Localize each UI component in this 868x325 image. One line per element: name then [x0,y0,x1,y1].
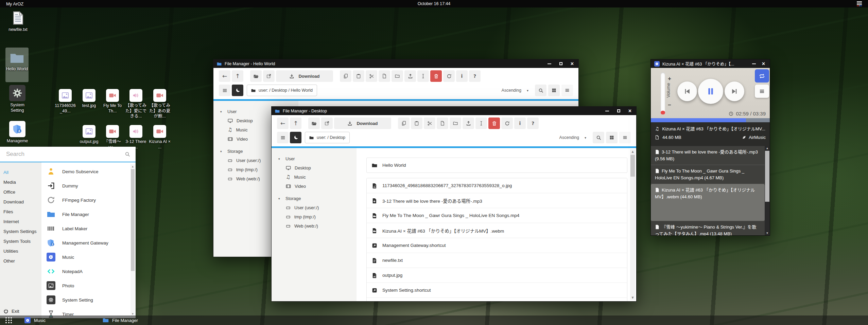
scroll-up-icon[interactable]: ▲ [765,147,770,150]
sidebar-item-user-drive[interactable]: User (user:/) [272,203,357,212]
playlist-scrollbar[interactable]: ▲ ▼ [765,146,770,235]
rename-button[interactable] [417,70,429,82]
category-other[interactable]: Other [0,256,41,266]
dark-mode-button[interactable] [232,85,243,96]
playlist-menu-button[interactable] [755,85,769,98]
playlist-item[interactable]: 『雪峰 ～yukimine～ Piano & Strings Ver.』を歌って… [651,221,765,235]
download-button[interactable]: Download [334,118,391,129]
grid-view-button[interactable] [548,85,560,96]
sidebar-item-desktop[interactable]: Desktop [272,163,357,173]
desktop-icon-3-12-there[interactable]: 3-12 There ... [124,125,147,150]
sidebar-item-music[interactable]: ♫Music [272,173,357,182]
open-new-window-button[interactable] [263,70,275,82]
taskbar-item-music[interactable]: Music [24,317,46,323]
menu-button[interactable] [219,85,230,96]
close-button[interactable]: × [571,61,574,67]
sidebar-item-web-drive[interactable]: Web (web:/) [272,221,357,231]
app-item-label-maker[interactable]: Label Maker [41,221,136,236]
desktop-icon-yukimine[interactable]: 『雪峰〜yu... [101,125,124,150]
scrollbar-thumb[interactable] [131,169,135,271]
sort-dropdown[interactable]: Ascending▾ [555,132,591,143]
repeat-button[interactable] [755,69,769,83]
info-button[interactable]: i [514,118,526,129]
volume-down-label[interactable]: − [668,102,671,109]
file-row[interactable]: 3-12 There will be love there -愛のある場所-.m… [367,193,627,208]
dark-mode-button[interactable] [290,132,301,143]
desktop-icon-utattemita-ai[interactable]: 【歌ってみた】愛にできる... [124,89,147,119]
upload-button[interactable] [404,70,416,82]
delete-button[interactable] [430,70,442,82]
cut-button[interactable] [366,70,377,82]
file-row-folder[interactable]: Hello World [366,158,627,173]
upload-button[interactable] [463,118,474,129]
file-row[interactable]: Kizuna AI × 花譜 #63 「かりそめ」【オリジナルMV】.webm [367,223,627,238]
refresh-button[interactable] [443,70,455,82]
back-button[interactable]: ← [219,70,230,82]
playlist-item[interactable]: Fly Me To The Moon _ Gawr Gura Sings _ H… [651,165,765,184]
help-button[interactable]: ? [527,118,539,129]
open-button[interactable] [308,118,320,129]
minimize-button[interactable] [548,64,551,64]
app-item-notepada[interactable]: NotepadA [41,264,136,278]
desktop-icon-management-gateway[interactable]: Manageme [6,121,29,144]
info-button[interactable]: i [456,70,468,82]
cut-button[interactable] [424,118,435,129]
previous-track-button[interactable] [677,82,697,101]
file-row-partial[interactable] [367,297,627,301]
topbar-menu-icon[interactable] [857,1,862,6]
paste-button[interactable] [411,118,422,129]
menu-button[interactable] [277,132,289,143]
category-utilities[interactable]: Utilities [0,246,41,256]
category-system-tools[interactable]: System Tools [0,236,41,246]
app-launcher-grid-icon[interactable] [5,317,12,323]
app-item-system-setting[interactable]: System Setting [41,293,136,307]
breadcrumb[interactable]: user: / Desktop / Hello World [247,85,317,96]
desktop-icon-output-jpg[interactable]: output.jpg [77,125,101,145]
app-list-scrollbar[interactable]: ▲ ▼ [131,164,135,316]
maximize-button[interactable] [617,109,620,112]
search-button[interactable] [535,85,546,96]
playlist-item[interactable]: 3-12 There will be love there -愛のある場所-.m… [651,146,765,165]
copy-button[interactable] [398,118,410,129]
app-item-file-manager[interactable]: File Manager [41,207,136,221]
taskbar-item-file-manager[interactable]: File Manager [103,317,138,323]
sidebar-group-user[interactable]: ▾User [272,154,357,163]
maximize-button[interactable] [559,62,562,65]
file-row[interactable]: Fly Me To The Moon _ Gawr Gura Sings _ H… [367,208,627,223]
category-system-settings[interactable]: System Settings [0,227,41,236]
file-row[interactable]: Management Gateway.shortcut [367,238,627,253]
up-button[interactable]: ↑ [290,118,301,129]
desktop-icon-hello-world[interactable]: Hello World [5,48,29,82]
scroll-down-icon[interactable]: ▼ [131,312,135,315]
file-row[interactable]: 117346026_4968186883206677_3276783073763… [367,178,627,193]
pause-button[interactable] [698,79,723,104]
file-list-scrollbar[interactable]: ▲ ▼ [630,149,635,300]
scrollbar-thumb[interactable] [765,151,769,202]
volume-slider-handle[interactable] [661,111,665,114]
app-item-dummy[interactable]: Dummy [41,179,136,193]
new-folder-button[interactable] [450,118,461,129]
volume-up-label[interactable]: + [668,75,671,82]
close-button[interactable]: × [628,108,631,114]
scroll-down-icon[interactable]: ▼ [765,232,770,235]
category-files[interactable]: Files [0,207,41,217]
desktop-icon-kizuna-ai[interactable]: Kizuna AI × ... [148,125,171,150]
open-new-window-button[interactable] [321,118,333,129]
app-item-management-gateway[interactable]: Management Gateway [41,236,136,250]
category-all[interactable]: All [0,167,41,177]
breadcrumb[interactable]: user: / Desktop [305,132,350,143]
titlebar[interactable]: File Manager - Desktop × [272,107,636,115]
titlebar[interactable]: File Manager - Hello World × [213,59,578,68]
file-row[interactable]: System Setting.shortcut [367,283,627,297]
back-button[interactable]: ← [277,118,289,129]
list-view-button[interactable] [619,132,631,143]
rename-button[interactable] [475,118,487,129]
desktop-icon-utattemita-anonatsu[interactable]: 【歌ってみた】あの夏が飽... [148,89,171,119]
download-button[interactable]: Download [276,70,333,82]
scroll-up-icon[interactable]: ▲ [630,150,635,153]
category-office[interactable]: Office [0,187,41,197]
titlebar[interactable]: Kizuna AI × 花譜 #63 「かりそめ」【... × [651,59,770,68]
seek-bar[interactable] [651,118,770,122]
category-download[interactable]: Download [0,197,41,207]
scrollbar-thumb[interactable] [630,155,635,177]
